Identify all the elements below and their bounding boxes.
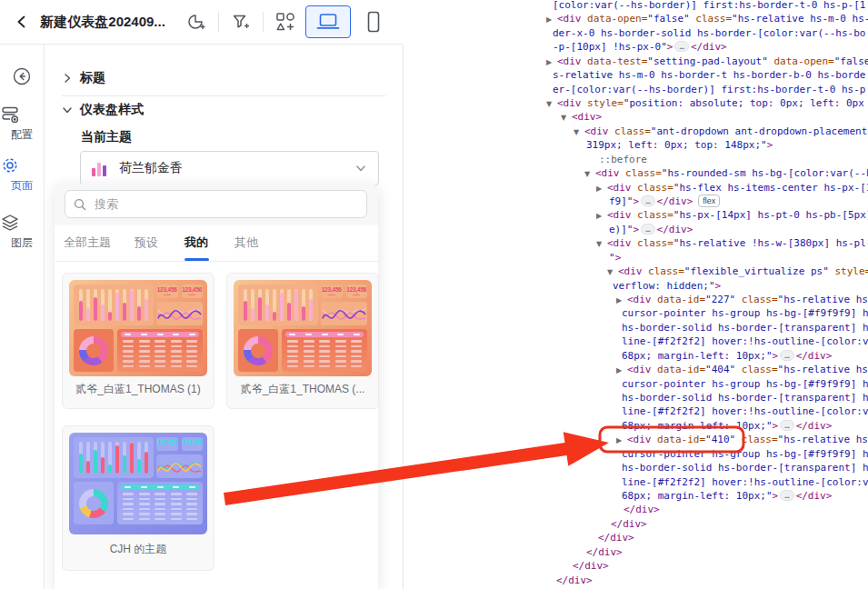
preview-line-chart	[321, 302, 367, 325]
devtools-code-line[interactable]: ▶<div class="hs-px-[14px] hs-pt-0 hs-pb-…	[596, 208, 868, 222]
theme-card[interactable]: 123,456123,456CJH 的主题	[62, 425, 215, 571]
toolbar-separator	[263, 12, 264, 32]
preview-line-chart	[156, 454, 203, 478]
sidebar-item-layers[interactable]: 图层	[0, 213, 44, 251]
devtools-code-line[interactable]: hs-border-solid hs-border-[transparent] …	[622, 391, 868, 404]
section-title-label: 标题	[80, 70, 105, 86]
sidebar-item-label: 配置	[0, 127, 44, 143]
preview-stat-chips: 123,456123,456	[156, 437, 203, 451]
devtools-code-line[interactable]: </div>	[624, 503, 660, 516]
devtools-code-line[interactable]: der-x-0 hs-border-solid hs-border-[color…	[553, 26, 865, 40]
preview-donut-chart	[238, 329, 278, 372]
sidebar-item-label: 页面	[0, 178, 44, 194]
device-desktop-toggle[interactable]	[305, 5, 351, 38]
devtools-code-line[interactable]: e)]">…</div>	[609, 223, 693, 236]
devtools-code-line[interactable]: -p-[10px] !hs-px-0">…</div>	[553, 40, 727, 54]
toolbar-separator	[218, 12, 219, 32]
preview-stat-value: 123,456	[322, 287, 342, 294]
devtools-code-line[interactable]: hs-border-solid hs-border-[transparent] …	[622, 461, 868, 474]
devtools-code-line[interactable]: ▼<div class="hs-rounded-sm hs-bg-[color:…	[584, 166, 868, 180]
chevron-down-icon	[354, 162, 367, 175]
devtools-code-line[interactable]: cursor-pointer hs-group hs-bg-[#f9f9f9] …	[622, 377, 868, 391]
screen: 新建仪表盘202409...	[0, 0, 868, 589]
devtools-code-line[interactable]: cursor-pointer hs-group hs-bg-[#f9f9f9] …	[622, 447, 868, 461]
theme-card-label: CJH 的主题	[69, 534, 207, 564]
add-component-button[interactable]	[274, 10, 296, 34]
preview-table	[117, 482, 203, 524]
back-button[interactable]	[13, 12, 31, 32]
preview-bar-chart	[238, 285, 318, 325]
preview-stat-value: 123,456	[157, 287, 177, 294]
devtools-code-line[interactable]: ▼<div class="flexible_virtualize ps" sty…	[607, 265, 868, 278]
devtools-elements-pane[interactable]: [color:var(--hs-border)] first:hs-border…	[406, 0, 868, 589]
devtools-code-line[interactable]: ">	[609, 251, 621, 265]
theme-card-list: 123,456123,456贰爷_白蓝1_THOMAS (1)123,45612…	[55, 184, 378, 589]
devtools-code-line[interactable]: ▶<div class="hs-flex hs-items-center hs-…	[596, 181, 868, 195]
theme-dropdown-popup: 全部主题 预设 我的 其他 123,456123,456贰爷_白蓝1_THOMA…	[55, 184, 378, 589]
add-filter-button[interactable]	[230, 10, 252, 34]
preview-stat-chips: 123,456123,456	[156, 285, 203, 298]
chevron-right-icon	[62, 73, 73, 84]
devtools-code-line[interactable]: </div>	[586, 545, 623, 559]
devtools-code-line[interactable]: ▼<div>	[561, 110, 602, 124]
devtools-code-line[interactable]: 68px; margin-left: 10px;">…</div>	[622, 419, 832, 433]
devtools-code-line[interactable]: </div>	[611, 517, 647, 531]
topbar: 新建仪表盘202409...	[0, 0, 403, 45]
left-rail: 配置 页面 图层	[0, 45, 45, 589]
preview-stat-value: 123,456	[157, 440, 177, 446]
add-chart-button[interactable]	[185, 10, 207, 34]
collapse-back-button[interactable]	[12, 66, 32, 86]
devtools-code-line[interactable]: </div>	[598, 531, 634, 544]
devtools-code-line[interactable]: 68px; margin-left: 10px;">…</div>	[622, 349, 832, 363]
devtools-code-line[interactable]: verflow: hidden;">	[613, 279, 721, 293]
devtools-code-line[interactable]: ▶<div data-id="227" class="hs-relative h…	[616, 293, 868, 306]
sidebar-item-page[interactable]: 页面	[0, 155, 44, 194]
section-style-row[interactable]: 仪表盘样式	[62, 102, 144, 118]
theme-preview: 123,456123,456	[69, 280, 207, 376]
preview-stat-value: 123,456	[182, 440, 202, 446]
devtools-code-line[interactable]: ▼<div style="position: absolute; top: 0p…	[546, 96, 864, 110]
devtools-code-line[interactable]: line-[#f2f2f2] hover:!hs-outline-[color:…	[622, 334, 868, 348]
preview-donut-chart	[74, 482, 114, 524]
devtools-code-line[interactable]: cursor-pointer hs-group hs-bg-[#f9f9f9] …	[622, 306, 868, 320]
preview-donut-chart	[74, 329, 114, 372]
devtools-code-line[interactable]: ▼<div class="hs-relative !hs-w-[380px] h…	[596, 236, 868, 250]
preview-table	[117, 329, 203, 372]
device-mobile-toggle[interactable]	[356, 6, 390, 37]
mini-bars-icon	[92, 159, 108, 177]
devtools-code-line[interactable]: [color:var(--hs-border)] first:hs-border…	[553, 0, 865, 12]
theme-select[interactable]: 荷兰郁金香	[80, 151, 379, 185]
chevron-down-icon	[62, 105, 73, 115]
devtools-code-line[interactable]: line-[#f2f2f2] hover:!hs-outline-[color:…	[622, 475, 868, 489]
preview-stat-chips: 123,456123,456	[321, 285, 367, 298]
theme-card[interactable]: 123,456123,456贰爷_白蓝1_THOMAS (1)	[62, 273, 215, 409]
devtools-code-line[interactable]: ▼<div class="ant-dropdown ant-dropdown-p…	[574, 125, 868, 138]
theme-card[interactable]: 123,456123,456贰爷_白蓝1_THOMAS (...	[226, 273, 379, 409]
devtools-code-line[interactable]: 319px; left: 0px; top: 148px;">	[586, 138, 773, 152]
theme-card-label: 贰爷_白蓝1_THOMAS (...	[234, 376, 372, 402]
devtools-code-line[interactable]: </div>	[556, 574, 593, 587]
theme-select-value: 荷兰郁金香	[119, 160, 354, 176]
devtools-code-line[interactable]: hs-border-solid hs-border-[transparent] …	[622, 321, 868, 334]
devtools-code-line[interactable]: ▶<div data-open="false" class="hs-relati…	[546, 12, 868, 25]
devtools-code-line[interactable]: 68px; margin-left: 10px;">…</div>	[622, 489, 832, 503]
preview-bar-chart	[74, 285, 154, 325]
devtools-code-line[interactable]: </div>	[573, 559, 609, 573]
devtools-code-line[interactable]: f9]">…</div>flex	[609, 195, 720, 208]
preview-stat-value: 123,456	[346, 287, 366, 294]
devtools-code-line[interactable]: ▶<div data-id="410" class="hs-relative h…	[616, 433, 868, 446]
devtools-code-line[interactable]: ▶<div data-id="404" class="hs-relative h…	[616, 363, 868, 376]
sidebar-item-config[interactable]: 配置	[0, 105, 44, 143]
devtools-code-line[interactable]: er-[color:var(--hs-border)] first:hs-bor…	[553, 83, 865, 96]
dashboard-title: 新建仪表盘202409...	[40, 14, 173, 31]
current-theme-label: 当前主题	[81, 129, 132, 145]
devtools-code-line[interactable]: s-relative hs-m-0 hs-border-t hs-border-…	[553, 68, 865, 82]
devtools-code-line[interactable]: line-[#f2f2f2] hover:!hs-outline-[color:…	[622, 404, 868, 418]
theme-preview: 123,456123,456	[234, 280, 372, 376]
sidebar-item-label: 图层	[0, 235, 44, 251]
theme-card-label: 贰爷_白蓝1_THOMAS (1)	[69, 376, 207, 402]
devtools-code-line[interactable]: ▶<div data-test="setting-pad-layout" dat…	[546, 55, 868, 68]
section-title-row[interactable]: 标题	[62, 70, 105, 86]
preview-table	[282, 329, 367, 372]
devtools-code-line[interactable]: ::before	[599, 153, 647, 166]
